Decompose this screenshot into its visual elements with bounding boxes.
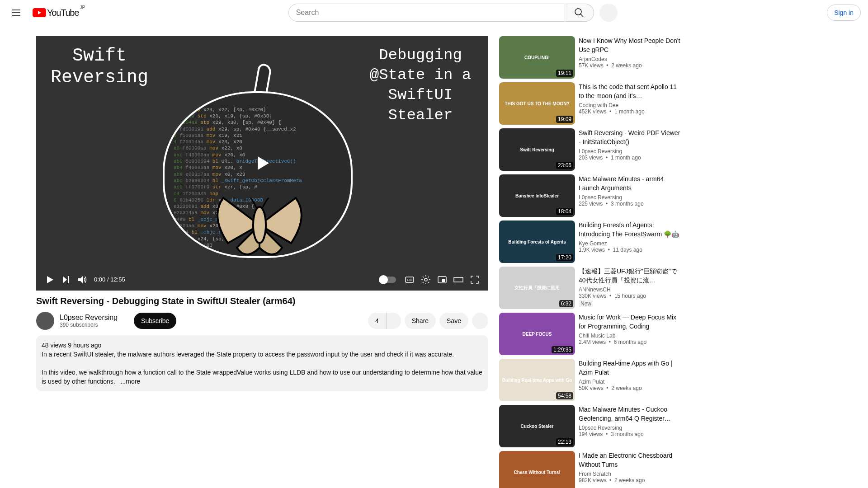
- description-line: In a recent SwiftUI stealer, the malware…: [42, 350, 483, 359]
- recommendation-info: 【速報】三菱UFJ銀行"巨額窃盗"で40代女性行員「投資に流… ANNnewsC…: [579, 267, 681, 309]
- signin-button[interactable]: Sign in: [827, 5, 861, 21]
- recommendation-info: Music for Work — Deep Focus Mix for Prog…: [579, 313, 681, 355]
- play-button[interactable]: [249, 150, 276, 177]
- signin-label: Sign in: [834, 9, 854, 16]
- recommendation-title: Music for Work — Deep Focus Mix for Prog…: [579, 313, 681, 331]
- recommendation-title: 【速報】三菱UFJ銀行"巨額窃盗"で40代女性行員「投資に流…: [579, 267, 681, 285]
- show-more-button[interactable]: ...more: [121, 378, 141, 385]
- recommendation-stats: 50K views • 2 weeks ago: [579, 385, 681, 391]
- recommendation-views: 2.4M views: [579, 339, 606, 345]
- share-button[interactable]: Share: [405, 313, 436, 329]
- recommendation-info: Swift Reversing - Weird PDF Viewer - Ini…: [579, 128, 681, 171]
- voice-search-button[interactable]: [599, 4, 618, 22]
- time-total: 12:55: [110, 276, 125, 283]
- volume-icon: [77, 274, 88, 285]
- recommendation-thumbnail: COUPLING! 19:11: [499, 36, 575, 79]
- video-actions: 4 Share Save: [368, 313, 488, 329]
- next-button[interactable]: [58, 272, 74, 288]
- menu-button[interactable]: [7, 4, 25, 22]
- subscribe-button[interactable]: Subscribe: [134, 313, 176, 329]
- content: Swift Reversing a02a9 stp x23, x22, [sp,…: [0, 0, 868, 488]
- duration-badge: 23:06: [556, 162, 573, 169]
- channel-avatar[interactable]: [36, 312, 54, 330]
- thumbnail-overlay-text: 女性行員「投資に流用: [513, 283, 561, 293]
- share-label: Share: [412, 317, 429, 324]
- youtube-logo[interactable]: YouTube JP: [33, 8, 79, 18]
- recommendation-thumbnail: Building Forests of Agents 17:20: [499, 221, 575, 263]
- recommendation-item[interactable]: Building Forests of Agents 17:20 Buildin…: [499, 221, 681, 263]
- more-actions-button[interactable]: [472, 313, 488, 329]
- recommendation-info: Mac Malware Minutes - arm64 Launch Argum…: [579, 174, 681, 217]
- like-button[interactable]: 4: [368, 313, 387, 329]
- subscriber-count: 390 subscribers: [60, 322, 118, 328]
- recommendation-item[interactable]: Building Real-time Apps with Go 54:58 Bu…: [499, 359, 681, 401]
- captions-button[interactable]: CC: [401, 272, 418, 288]
- recommendation-info: Now I Know Why Most People Don't Use gRP…: [579, 36, 681, 79]
- duration-badge: 18:04: [556, 208, 573, 215]
- recommendation-channel: Coding with Dee: [579, 102, 681, 108]
- recommendation-item[interactable]: 女性行員「投資に流用 6:32 【速報】三菱UFJ銀行"巨額窃盗"で40代女性行…: [499, 267, 681, 309]
- recommendation-time: 2 weeks ago: [611, 62, 642, 69]
- theater-button[interactable]: [450, 272, 467, 288]
- recommendation-item[interactable]: THIS GOT US TO THE MOON? 19:09 This is t…: [499, 82, 681, 125]
- channel-name[interactable]: L0psec Reversing: [60, 314, 118, 322]
- recommendation-info: Mac Malware Minutes - Cuckoo Geofencing,…: [579, 405, 681, 447]
- mute-button[interactable]: [74, 272, 90, 288]
- recommendation-badge: New: [579, 300, 593, 307]
- recommendation-item[interactable]: Cuckoo Stealer 22:13 Mac Malware Minutes…: [499, 405, 681, 447]
- recommendation-time: 1 month ago: [611, 155, 641, 161]
- recommendation-item[interactable]: DEEP FOCUS 1:29:35 Music for Work — Deep…: [499, 313, 681, 355]
- recommendation-info: This is the code that sent Apollo 11 to …: [579, 82, 681, 125]
- fullscreen-button[interactable]: [467, 272, 483, 288]
- recommendation-time: 3 months ago: [611, 431, 644, 437]
- recommendation-time: 6 months ago: [614, 339, 647, 345]
- play-pause-button[interactable]: [42, 272, 58, 288]
- search-input[interactable]: [288, 4, 565, 22]
- video-stats: 48 views 9 hours ago: [42, 341, 483, 350]
- recommendation-title: I Made an Electronic Chessboard Without …: [579, 451, 681, 469]
- save-button[interactable]: Save: [439, 313, 468, 329]
- recommendation-title: Mac Malware Minutes - arm64 Launch Argum…: [579, 174, 681, 192]
- recommendation-stats: 194 views • 3 months ago: [579, 431, 681, 437]
- search-container: [288, 4, 618, 22]
- description-line: In this video, we walkthrough how a func…: [42, 369, 482, 385]
- recommendation-stats: 452K views • 1 month ago: [579, 108, 681, 115]
- search-button[interactable]: [565, 4, 594, 22]
- duration-badge: 1:29:35: [552, 346, 573, 353]
- recommendation-thumbnail: 女性行員「投資に流用 6:32: [499, 267, 575, 309]
- recommendation-item[interactable]: Chess Without Turns! I Made an Electroni…: [499, 451, 681, 488]
- video-player[interactable]: Swift Reversing a02a9 stp x23, x22, [sp,…: [36, 36, 488, 291]
- svg-text:CC: CC: [407, 278, 412, 282]
- recommendation-info: I Made an Electronic Chessboard Without …: [579, 451, 681, 488]
- recommendation-time: 15 hours ago: [614, 293, 646, 299]
- recommendation-title: Building Forests of Agents: Introducing …: [579, 221, 681, 239]
- dislike-button[interactable]: [387, 313, 401, 329]
- recommendation-info: Building Real-time Apps with Go | Azim P…: [579, 359, 681, 401]
- recommendation-item[interactable]: COUPLING! 19:11 Now I Know Why Most Peop…: [499, 36, 681, 79]
- channel-text: L0psec Reversing 390 subscribers: [60, 314, 118, 328]
- recommendation-views: 50K views: [579, 385, 604, 391]
- thumbnail-overlay-text: DEEP FOCUS: [521, 330, 554, 338]
- autoplay-toggle[interactable]: [380, 277, 396, 283]
- svg-marker-6: [63, 276, 67, 283]
- thumbnail-overlay-text: THIS GOT US TO THE MOON?: [503, 99, 571, 108]
- recommendation-stats: 2.4M views • 6 months ago: [579, 339, 681, 345]
- description-box[interactable]: 48 views 9 hours ago In a recent SwiftUI…: [36, 335, 488, 391]
- video-meta: L0psec Reversing 390 subscribers Subscri…: [36, 312, 488, 330]
- svg-point-3: [253, 207, 266, 243]
- save-label: Save: [447, 317, 461, 324]
- settings-button[interactable]: [418, 272, 434, 288]
- miniplayer-button[interactable]: [434, 272, 450, 288]
- player-controls: 0:00 / 12:55 CC: [36, 269, 488, 291]
- frame-left-text: Swift Reversing: [36, 45, 163, 89]
- channel-info: L0psec Reversing 390 subscribers Subscri…: [36, 312, 176, 330]
- recommendation-channel: Kye Gomez: [579, 240, 681, 247]
- recommendation-channel: L0psec Reversing: [579, 425, 681, 431]
- recommendation-item[interactable]: Swift Reversing 23:06 Swift Reversing - …: [499, 128, 681, 171]
- recommendation-title: Mac Malware Minutes - Cuckoo Geofencing,…: [579, 405, 681, 423]
- recommendation-stats: 330K views • 15 hours ago: [579, 293, 681, 299]
- recommendation-item[interactable]: Banshee InfoStealer 18:04 Mac Malware Mi…: [499, 174, 681, 217]
- time-display: 0:00 / 12:55: [94, 276, 125, 283]
- recommendation-channel: L0psec Reversing: [579, 194, 681, 201]
- svg-rect-7: [68, 276, 69, 283]
